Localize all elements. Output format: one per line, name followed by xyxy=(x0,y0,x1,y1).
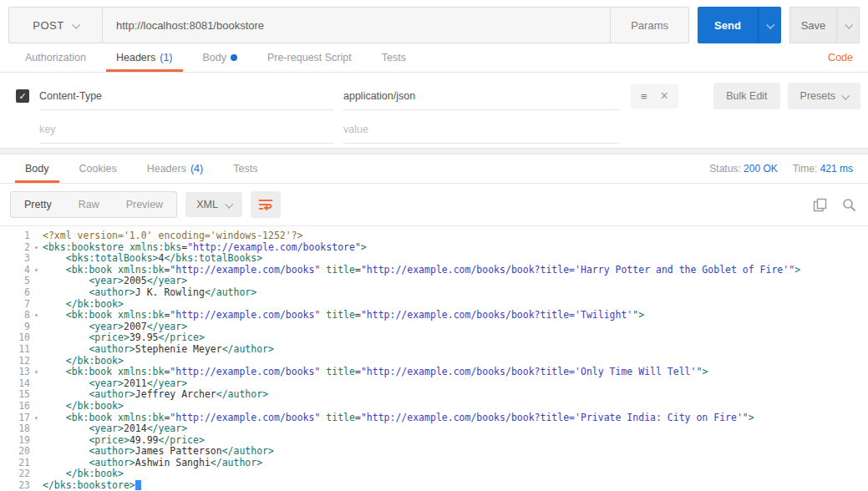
line-number: 6 xyxy=(0,287,30,299)
time-badge: Time: 421 ms xyxy=(793,163,853,175)
fold-gutter xyxy=(30,401,43,413)
presets-button[interactable]: Presets xyxy=(788,83,860,109)
view-mode-switch: Pretty Raw Preview xyxy=(10,191,177,218)
fold-gutter xyxy=(30,468,43,480)
code-line: 23</bks:bookstore> xyxy=(0,480,868,491)
fold-gutter xyxy=(30,378,43,390)
line-number: 13 xyxy=(0,367,30,378)
new-header-value-input[interactable] xyxy=(343,115,619,144)
code-line: 10 <price>39.95</price> xyxy=(0,332,868,344)
fold-toggle-icon[interactable]: ▾ xyxy=(30,265,43,276)
line-number: 17 xyxy=(0,413,30,424)
line-number: 19 xyxy=(0,435,30,447)
tab-response-tests[interactable]: Tests xyxy=(218,154,272,183)
fold-gutter xyxy=(30,321,43,333)
header-key-input[interactable] xyxy=(39,82,333,110)
bulk-edit-button[interactable]: Bulk Edit xyxy=(713,83,779,109)
status-badge: Status: 200 OK xyxy=(709,163,777,175)
request-bar: POST http://localhost:8081/bookstore Par… xyxy=(8,7,860,43)
drag-handle-icon[interactable]: ≡ xyxy=(641,90,647,103)
code-line: 15 <author>Jeffrey Archer</author> xyxy=(0,389,868,401)
code-text: </bk:book> xyxy=(43,356,124,367)
response-tools xyxy=(813,198,856,212)
text-cursor xyxy=(135,480,141,490)
response-headers-label: Headers xyxy=(147,163,186,175)
header-row-actions: ≡ × xyxy=(631,84,678,109)
line-number: 11 xyxy=(0,344,30,356)
copy-icon[interactable] xyxy=(813,198,827,212)
tab-body[interactable]: Body xyxy=(188,43,253,72)
line-number: 20 xyxy=(0,446,30,458)
code-text: <bk:book xmlns:bk="http://example.com/bo… xyxy=(43,265,800,276)
fold-gutter xyxy=(30,435,43,447)
tab-pre-request-script[interactable]: Pre-request Script xyxy=(252,43,367,72)
save-dropdown-button[interactable] xyxy=(836,7,860,43)
view-mode-raw[interactable]: Raw xyxy=(65,192,113,217)
tab-response-headers[interactable]: Headers (4) xyxy=(132,154,219,183)
fold-toggle-icon[interactable]: ▾ xyxy=(30,367,43,378)
response-headers-count-badge: (4) xyxy=(190,163,203,175)
code-lines: 1<?xml version='1.0' encoding='windows-1… xyxy=(0,230,868,491)
chevron-down-icon xyxy=(845,20,853,28)
tab-tests[interactable]: Tests xyxy=(367,43,421,72)
new-header-row xyxy=(0,113,868,146)
method-label: POST xyxy=(33,19,63,32)
delete-header-icon[interactable]: × xyxy=(661,91,668,101)
code-line: 21 <author>Ashwin Sanghi</author> xyxy=(0,458,868,469)
line-number: 10 xyxy=(0,332,30,344)
code-line: 20 <author>James Patterson</author> xyxy=(0,446,868,458)
send-dropdown-button[interactable] xyxy=(758,7,781,43)
save-button[interactable]: Save xyxy=(789,7,836,43)
send-button[interactable]: Send xyxy=(698,7,758,43)
send-split-button: Send xyxy=(698,7,781,43)
code-text: <year>2011</year> xyxy=(43,378,187,390)
code-text: <bks:totalBooks>4</bks:totalBooks> xyxy=(43,253,262,265)
params-button[interactable]: Params xyxy=(610,8,688,43)
chevron-down-icon xyxy=(225,200,233,208)
fold-gutter xyxy=(30,423,43,435)
wrap-lines-button[interactable] xyxy=(251,191,281,218)
request-tabs: Authorization Headers (1) Body Pre-reque… xyxy=(0,43,868,73)
fold-gutter xyxy=(30,287,43,299)
status-value: 200 OK xyxy=(744,163,778,175)
format-select[interactable]: XML xyxy=(185,192,242,217)
url-input[interactable]: http://localhost:8081/bookstore xyxy=(103,8,610,43)
response-body-code[interactable]: 1<?xml version='1.0' encoding='windows-1… xyxy=(0,225,868,491)
line-number: 5 xyxy=(0,276,30,287)
line-number: 2 xyxy=(0,242,30,254)
line-number: 15 xyxy=(0,389,30,401)
header-enabled-checkbox[interactable]: ✓ xyxy=(16,89,29,103)
fold-toggle-icon[interactable]: ▾ xyxy=(30,310,43,321)
method-select[interactable]: POST xyxy=(9,8,103,43)
tab-response-body[interactable]: Body xyxy=(10,154,64,183)
tab-body-label: Body xyxy=(203,52,227,63)
tab-response-cookies[interactable]: Cookies xyxy=(64,154,132,183)
code-text: <bk:book xmlns:bk="http://example.com/bo… xyxy=(43,367,708,378)
fold-gutter xyxy=(30,332,43,344)
code-text: <year>2014</year> xyxy=(43,423,187,435)
line-number: 3 xyxy=(0,253,30,265)
view-mode-pretty[interactable]: Pretty xyxy=(11,192,65,217)
view-mode-preview[interactable]: Preview xyxy=(113,192,176,217)
code-line: 1<?xml version='1.0' encoding='windows-1… xyxy=(0,230,868,242)
request-tabs-right: Code xyxy=(828,43,865,72)
code-text: <?xml version='1.0' encoding='windows-12… xyxy=(43,230,303,242)
code-line: 5 <year>2005</year> xyxy=(0,276,868,287)
code-text: <bk:book xmlns:bk="http://example.com/bo… xyxy=(43,413,754,424)
tab-headers-label: Headers xyxy=(116,52,155,63)
code-line: 12 </bk:book> xyxy=(0,356,868,367)
code-line: 11 <author>Stephenie Meyer</author> xyxy=(0,344,868,356)
search-icon[interactable] xyxy=(842,198,856,212)
new-header-key-input[interactable] xyxy=(39,115,333,144)
fold-toggle-icon[interactable]: ▾ xyxy=(30,242,43,254)
fold-toggle-icon[interactable]: ▾ xyxy=(30,413,43,424)
code-text: </bk:book> xyxy=(43,401,124,413)
code-link[interactable]: Code xyxy=(828,52,853,63)
chevron-down-icon xyxy=(766,20,774,28)
tab-authorization[interactable]: Authorization xyxy=(10,43,101,72)
code-text: <price>49.99</price> xyxy=(43,435,205,447)
header-value-input[interactable] xyxy=(343,82,619,110)
code-text: </bks:bookstore> xyxy=(43,480,141,491)
tab-headers[interactable]: Headers (1) xyxy=(101,43,188,72)
presets-label: Presets xyxy=(800,90,835,102)
